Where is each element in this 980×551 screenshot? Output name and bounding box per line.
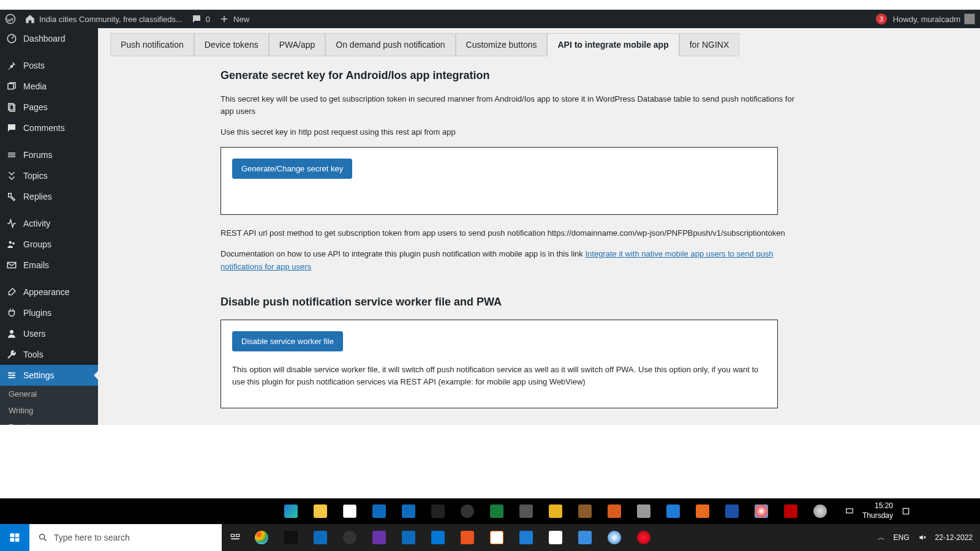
sidebar-item-dashboard[interactable]: Dashboard [0, 28, 98, 49]
project-icon[interactable] [845, 507, 854, 515]
admin-sidebar: Dashboard Posts Media Pages Comments For… [0, 28, 98, 425]
disable-service-worker-button[interactable]: Disable service worker file [232, 331, 343, 351]
tray-chevron-icon[interactable]: ︿ [878, 533, 885, 543]
taskbar-app-globe[interactable] [608, 531, 621, 544]
taskbar-app-ubuntu[interactable] [461, 531, 474, 544]
sidebar-item-label: Emails [23, 260, 49, 270]
taskbar-app-docker[interactable] [578, 531, 592, 544]
taskbar-app-powershell[interactable] [402, 531, 415, 544]
taskbar-app-settings[interactable] [461, 504, 474, 518]
taskbar-app-wordalt[interactable] [725, 504, 739, 518]
tab-customize-buttons[interactable]: Customize buttons [456, 33, 548, 56]
new-content-link[interactable]: New [219, 13, 249, 24]
sidebar-item-topics[interactable]: Topics [0, 165, 98, 186]
search-placeholder: Type here to search [54, 533, 130, 542]
taskbar-app-movies[interactable] [608, 504, 621, 518]
taskbar-app-book[interactable] [578, 504, 592, 518]
taskbar-app-excel[interactable] [490, 504, 503, 518]
sidebar-subitem-general[interactable]: General [0, 386, 98, 402]
taskbar-app-steam[interactable] [343, 531, 356, 544]
taskbar-app-chrome[interactable] [255, 531, 268, 544]
tab-push-notification[interactable]: Push notification [110, 33, 194, 56]
sidebar-item-tools[interactable]: Tools [0, 344, 98, 365]
taskbar-app-edge[interactable] [284, 504, 298, 518]
sidebar-item-replies[interactable]: Replies [0, 186, 98, 207]
volume-mute-icon[interactable] [918, 533, 927, 542]
svg-rect-19 [231, 534, 234, 537]
svg-rect-2 [8, 84, 13, 89]
sidebar-item-label: Replies [23, 192, 52, 201]
taskbar-app-xampp[interactable] [490, 531, 503, 544]
comments-link[interactable]: 0 [191, 13, 210, 24]
sidebar-subitem-writing[interactable]: Writing [0, 402, 98, 419]
taskbar-search[interactable]: Type here to search [29, 524, 222, 551]
sidebar-item-posts[interactable]: Posts [0, 55, 98, 76]
account-menu[interactable]: Howdy, muralcadm [893, 13, 975, 24]
taskbar-app-azure[interactable] [519, 531, 533, 544]
wp-logo-icon[interactable] [5, 13, 16, 24]
taskbar-app-filezilla[interactable] [784, 504, 797, 518]
site-home-link[interactable]: India cities Community, free classifieds… [24, 13, 183, 24]
notification-badge[interactable]: 3 [876, 13, 887, 24]
start-button[interactable] [0, 524, 29, 551]
taskbar-app-paint[interactable] [755, 504, 768, 518]
taskbar-app-obs[interactable] [431, 504, 445, 518]
sidebar-item-label: Appearance [23, 287, 70, 297]
taskbar-app-store[interactable] [343, 504, 356, 518]
sidebar-item-settings[interactable]: Settings [0, 365, 98, 386]
svg-rect-16 [10, 538, 15, 542]
taskbar-app-vscode[interactable] [431, 531, 445, 544]
sidebar-item-pages[interactable]: Pages [0, 97, 98, 118]
sidebar-item-comments[interactable]: Comments [0, 118, 98, 138]
taskbar-app-printer[interactable] [637, 504, 650, 518]
svg-rect-20 [236, 534, 239, 537]
new-label: New [233, 15, 249, 24]
taskbar-app-calc[interactable] [666, 504, 680, 518]
comment-icon [191, 13, 202, 24]
plus-icon [219, 13, 230, 24]
taskbar-app-cmd[interactable] [284, 531, 298, 544]
sidebar-item-emails[interactable]: Emails [0, 255, 98, 276]
sidebar-subitem-reading[interactable]: Reading [0, 419, 98, 425]
taskbar-app-explorer[interactable] [314, 504, 327, 518]
sidebar-item-forums[interactable]: Forums [0, 144, 98, 165]
task-view-icon[interactable] [230, 532, 241, 543]
doc-prefix: Documentation on how to use API to integ… [221, 249, 585, 258]
sidebar-item-label: Activity [23, 219, 50, 228]
svg-rect-15 [15, 533, 20, 537]
site-name: India cities Community, free classifieds… [39, 15, 183, 24]
pin-icon [6, 60, 17, 71]
sidebar-item-media[interactable]: Media [0, 76, 98, 97]
content-area: Push notification Device tokens PWA/app … [98, 28, 980, 425]
tray-lang[interactable]: ENG [894, 533, 910, 542]
sidebar-item-users[interactable]: Users [0, 323, 98, 344]
sidebar-item-plugins[interactable]: Plugins [0, 302, 98, 323]
tab-device-tokens[interactable]: Device tokens [194, 33, 269, 56]
sidebar-item-appearance[interactable]: Appearance [0, 282, 98, 302]
taskbar-app-grid[interactable] [549, 531, 562, 544]
rest-api-url-text: REST API url post method to get subscrip… [221, 227, 796, 239]
taskbar-app-vm[interactable] [314, 531, 327, 544]
taskbar-app-mail[interactable] [372, 504, 386, 518]
sidebar-item-activity[interactable]: Activity [0, 213, 98, 234]
sidebar-item-label: Media [23, 81, 47, 91]
svg-point-8 [10, 330, 13, 334]
notifications-icon[interactable] [902, 507, 910, 515]
sidebar-item-groups[interactable]: Groups [0, 234, 98, 255]
taskbar-app-word[interactable] [402, 504, 415, 518]
taskbar-app-purple[interactable] [372, 531, 386, 544]
taskbar-app-clock[interactable] [813, 504, 827, 518]
taskbar-app-vlc[interactable] [696, 504, 709, 518]
sidebar-item-label: Posts [23, 61, 45, 70]
tab-pwa-app[interactable]: PWA/app [269, 33, 326, 56]
svg-rect-13 [903, 508, 908, 514]
taskbar-app-opera[interactable] [637, 531, 650, 544]
taskbar-app-gears[interactable] [519, 504, 533, 518]
tab-for-nginx[interactable]: for NGINX [679, 33, 740, 56]
tab-api-integrate[interactable]: API to integrate mobile app [547, 33, 679, 56]
tab-on-demand[interactable]: On demand push notification [325, 33, 455, 56]
groups-icon [6, 239, 17, 250]
generate-secret-key-button[interactable]: Generate/Change secret key [232, 159, 352, 179]
sliders-icon [6, 370, 17, 381]
taskbar-app-notepad[interactable] [549, 504, 562, 518]
